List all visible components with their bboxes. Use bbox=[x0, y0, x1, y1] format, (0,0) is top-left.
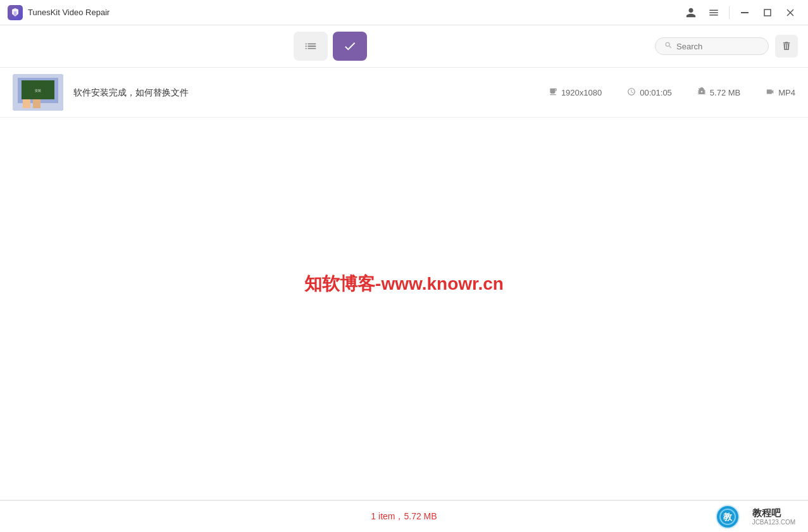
jcba-line1: 教程吧 bbox=[752, 507, 795, 519]
close-button[interactable] bbox=[780, 3, 800, 23]
table-row[interactable]: 安装 软件安装完成，如何替换文件 1920x1080 bbox=[0, 68, 808, 118]
logo-icon bbox=[8, 5, 23, 20]
svg-rect-9 bbox=[33, 99, 40, 108]
toolbar-right bbox=[655, 35, 798, 58]
clear-button[interactable] bbox=[775, 35, 798, 58]
tab-group bbox=[10, 32, 650, 61]
toolbar bbox=[0, 25, 808, 68]
meta-duration: 00:01:05 bbox=[627, 87, 672, 98]
meta-format: MP4 bbox=[766, 87, 795, 98]
minimize-button[interactable] bbox=[735, 3, 755, 23]
search-box[interactable] bbox=[655, 37, 769, 55]
file-thumbnail: 安装 bbox=[13, 74, 63, 111]
menu-button[interactable] bbox=[704, 3, 724, 23]
window-controls bbox=[681, 3, 800, 23]
resolution-icon bbox=[549, 87, 557, 98]
duration-icon bbox=[627, 87, 636, 98]
file-list-area: 安装 软件安装完成，如何替换文件 1920x1080 bbox=[0, 68, 808, 500]
svg-text:教: 教 bbox=[723, 512, 733, 522]
resolution-value: 1920x1080 bbox=[561, 88, 602, 97]
maximize-button[interactable] bbox=[757, 3, 778, 23]
jcba-line2: JCBA123.COM bbox=[752, 519, 795, 526]
duration-value: 00:01:05 bbox=[640, 88, 672, 97]
format-icon bbox=[766, 87, 774, 98]
account-button[interactable] bbox=[681, 3, 701, 23]
file-name: 软件安装完成，如何替换文件 bbox=[73, 87, 189, 97]
size-icon bbox=[697, 87, 706, 98]
titlebar: TunesKit Video Repair bbox=[0, 0, 808, 25]
tab-list-button[interactable] bbox=[294, 32, 328, 61]
separator bbox=[729, 6, 730, 19]
file-info: 软件安装完成，如何替换文件 bbox=[73, 87, 538, 99]
meta-size: 5.72 MB bbox=[697, 87, 740, 98]
statusbar: 1 item，5.72 MB 教 教程吧 JCBA123.COM bbox=[0, 500, 808, 532]
jcba-logo-area: 教 教程吧 JCBA123.COM bbox=[705, 504, 795, 529]
meta-resolution: 1920x1080 bbox=[549, 87, 602, 98]
svg-rect-1 bbox=[764, 9, 771, 16]
svg-rect-0 bbox=[741, 12, 749, 13]
size-value: 5.72 MB bbox=[710, 88, 740, 97]
search-icon bbox=[664, 41, 673, 51]
status-text: 1 item，5.72 MB bbox=[371, 511, 437, 523]
jcba-text: 教程吧 JCBA123.COM bbox=[752, 507, 795, 526]
search-input[interactable] bbox=[676, 42, 759, 51]
app-logo: TunesKit Video Repair bbox=[8, 5, 109, 20]
file-meta: 1920x1080 00:01:05 5.72 MB bbox=[549, 87, 795, 98]
svg-rect-8 bbox=[23, 99, 30, 108]
svg-text:安装: 安装 bbox=[35, 89, 41, 92]
app-title: TunesKit Video Repair bbox=[28, 8, 109, 17]
jcba-logo: 教 bbox=[705, 504, 750, 529]
tab-done-button[interactable] bbox=[333, 32, 367, 61]
content-wrapper: 安装 软件安装完成，如何替换文件 1920x1080 bbox=[0, 68, 808, 500]
format-value: MP4 bbox=[778, 88, 795, 97]
